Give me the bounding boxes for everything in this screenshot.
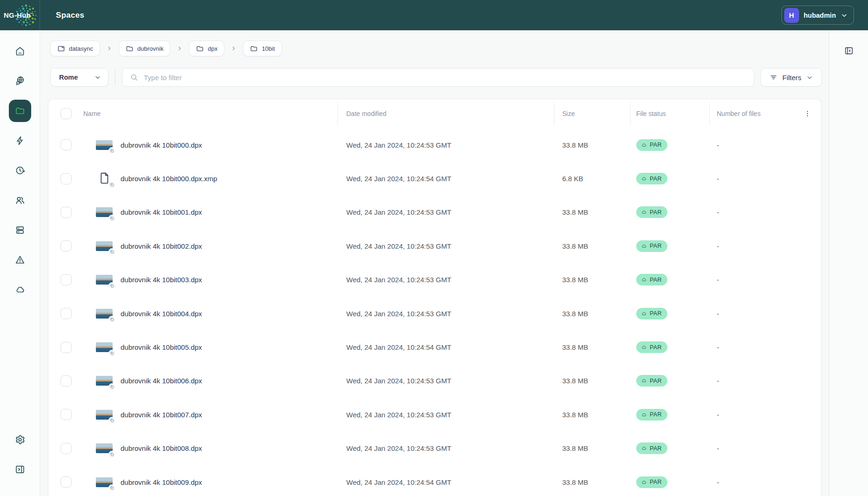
size-cell: 33.8 MB: [554, 343, 630, 351]
cloud-status-icon: [641, 176, 647, 182]
breadcrumb-item-dpx[interactable]: dpx: [189, 41, 224, 56]
file-name: dubrovnik 4k 10bit002.dpx: [121, 242, 202, 250]
number-of-files-cell: -: [709, 242, 793, 250]
status-badge: PAR: [636, 409, 667, 421]
row-checkbox[interactable]: [61, 207, 72, 218]
row-checkbox-cell: [48, 443, 83, 454]
column-header-date-modified[interactable]: Date modified: [337, 99, 554, 128]
number-of-files-cell: -: [709, 478, 793, 486]
column-header-file-status[interactable]: File status: [630, 99, 709, 128]
number-of-files-cell: -: [709, 208, 793, 216]
chevron-down-icon: [841, 12, 848, 19]
table-row[interactable]: dubrovnik 4k 10bit007.dpx Wed, 24 Jan 20…: [48, 398, 821, 431]
document-icon: [99, 172, 110, 186]
row-checkbox-cell: [48, 375, 83, 387]
user-menu[interactable]: H hubadmin: [781, 6, 854, 25]
chevron-down-icon: [94, 74, 101, 81]
size-cell: 33.8 MB: [554, 141, 630, 149]
location-selector[interactable]: Rome: [50, 68, 108, 87]
search-box: [122, 68, 754, 87]
file-status-cell: PAR: [630, 274, 709, 285]
cloud-icon: [14, 284, 26, 295]
breadcrumb-item-10bit[interactable]: 10bit: [243, 41, 282, 56]
sidebar-item-cloud[interactable]: [5, 275, 35, 305]
select-all-checkbox[interactable]: [61, 108, 72, 119]
table-row[interactable]: dubrovnik 4k 10bit005.dpx Wed, 24 Jan 20…: [48, 330, 821, 364]
chevron-right-icon: [107, 46, 112, 51]
table-row[interactable]: dubrovnik 4k 10bit003.dpx Wed, 24 Jan 20…: [48, 263, 821, 297]
panel-collapse-icon: [844, 46, 854, 56]
sidebar-item-settings[interactable]: [5, 425, 35, 455]
table-row[interactable]: dubrovnik 4k 10bit004.dpx Wed, 24 Jan 20…: [48, 297, 821, 330]
date-modified-cell: Wed, 24 Jan 2024, 10:24:53 GMT: [337, 141, 554, 149]
sidebar-item-activity[interactable]: [5, 126, 35, 156]
versions-badge-icon: [108, 383, 115, 390]
number-of-files-cell: -: [709, 175, 793, 183]
sidebar-item-alerts[interactable]: [5, 245, 35, 275]
cloud-status-icon: [641, 344, 647, 350]
app-logo[interactable]: NG-Hub™: [0, 0, 40, 30]
table-row[interactable]: dubrovnik 4k 10bit001.dpx Wed, 24 Jan 20…: [48, 196, 821, 229]
sidebar-item-discover[interactable]: [5, 66, 35, 96]
sidebar-collapse-toggle[interactable]: [5, 455, 35, 484]
folder-icon: [196, 45, 204, 53]
file-status-cell: PAR: [630, 173, 709, 184]
left-sidebar: [0, 30, 40, 496]
column-header-size[interactable]: Size: [554, 99, 630, 128]
column-header-name[interactable]: Name: [83, 99, 337, 128]
sidebar-item-history[interactable]: [5, 156, 35, 185]
size-cell: 33.8 MB: [554, 444, 630, 452]
sidebar-item-home[interactable]: [5, 36, 35, 66]
active-nav-tile: [9, 100, 31, 122]
table-row[interactable]: dubrovnik 4k 10bit000.dpx Wed, 24 Jan 20…: [48, 128, 821, 162]
size-cell: 33.8 MB: [554, 276, 630, 284]
breadcrumb-label: 10bit: [262, 45, 275, 52]
table-options-button[interactable]: [793, 99, 822, 128]
table-row[interactable]: dubrovnik 4k 10bit002.dpx Wed, 24 Jan 20…: [48, 229, 821, 263]
details-panel-toggle[interactable]: [844, 46, 854, 58]
sidebar-item-users[interactable]: [5, 185, 35, 215]
row-checkbox[interactable]: [61, 240, 72, 251]
file-icon-box: [96, 274, 113, 286]
row-checkbox[interactable]: [61, 173, 72, 184]
table-row[interactable]: dubrovnik 4k 10bit006.dpx Wed, 24 Jan 20…: [48, 364, 821, 398]
table-row[interactable]: dubrovnik 4k 10bit008.dpx Wed, 24 Jan 20…: [48, 432, 821, 465]
date-modified-cell: Wed, 24 Jan 2024, 10:24:53 GMT: [337, 444, 554, 452]
file-icon-box: [96, 476, 113, 488]
search-input[interactable]: [144, 74, 747, 82]
versions-badge-icon: [108, 215, 115, 222]
user-name: hubadmin: [804, 12, 836, 19]
page-title: Spaces: [56, 11, 84, 20]
row-checkbox[interactable]: [61, 274, 72, 285]
sidebar-item-spaces[interactable]: [5, 96, 35, 126]
file-status-cell: PAR: [630, 206, 709, 218]
status-label: PAR: [650, 142, 662, 148]
file-icon-box: [96, 240, 113, 252]
status-label: PAR: [650, 378, 662, 384]
versions-badge-icon: [108, 484, 115, 491]
filters-button[interactable]: Filters: [760, 68, 822, 87]
breadcrumb-item-datasync[interactable]: datasync: [50, 41, 100, 56]
row-checkbox[interactable]: [61, 443, 72, 454]
file-name: dubrovnik 4k 10bit000.dpx.xmp: [121, 175, 217, 183]
row-checkbox[interactable]: [61, 375, 72, 387]
status-label: PAR: [650, 445, 662, 452]
row-checkbox[interactable]: [61, 139, 72, 150]
table-row[interactable]: dubrovnik 4k 10bit000.dpx.xmp Wed, 24 Ja…: [48, 162, 821, 195]
breadcrumb-label: dpx: [208, 45, 217, 52]
breadcrumb-item-dubrovnik[interactable]: dubrovnik: [119, 41, 170, 56]
search-icon: [130, 73, 139, 82]
kebab-menu-icon: [804, 110, 811, 117]
sidebar-item-servers[interactable]: [5, 215, 35, 245]
row-checkbox[interactable]: [61, 409, 72, 420]
row-checkbox[interactable]: [61, 476, 72, 488]
file-status-cell: PAR: [630, 442, 709, 454]
cloud-status-icon: [641, 479, 647, 485]
row-checkbox-cell: [48, 409, 83, 420]
table-row[interactable]: dubrovnik 4k 10bit009.dpx Wed, 24 Jan 20…: [48, 465, 821, 496]
status-badge: PAR: [636, 341, 667, 353]
row-checkbox[interactable]: [61, 342, 72, 353]
top-bar: NG-Hub™ Spaces H hubadmin: [0, 0, 868, 30]
row-checkbox[interactable]: [61, 308, 72, 319]
column-header-number-of-files[interactable]: Number of files: [709, 99, 793, 128]
